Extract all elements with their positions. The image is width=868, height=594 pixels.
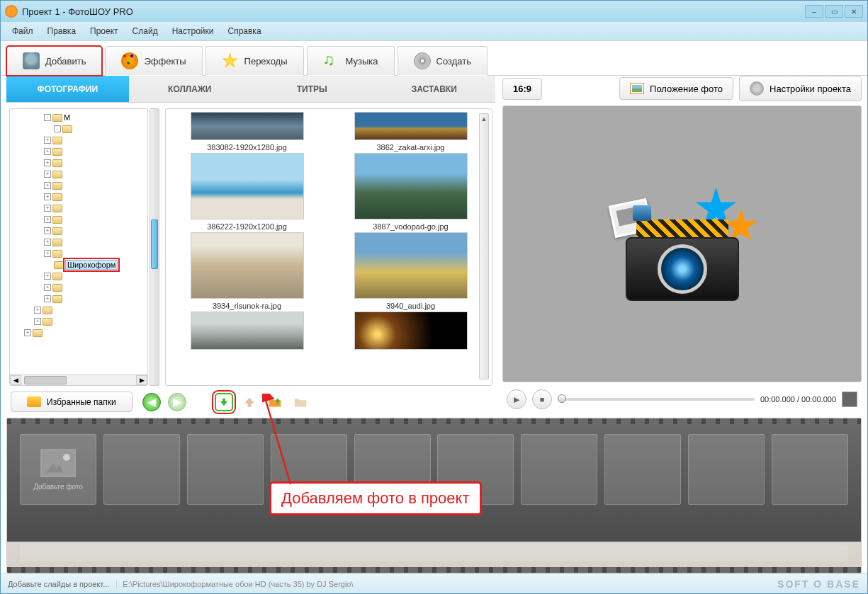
tab-create-label: Создать bbox=[436, 56, 471, 67]
app-icon bbox=[5, 5, 18, 18]
pos-label: Положение фото bbox=[650, 84, 723, 94]
project-settings-button[interactable]: Настройки проекта bbox=[739, 76, 862, 101]
minimize-button[interactable]: – bbox=[805, 5, 823, 18]
app-logo-graphic bbox=[590, 152, 774, 336]
status-bar: Добавьте слайды в проект... E:\Pictures\… bbox=[1, 573, 867, 593]
star-icon bbox=[222, 52, 239, 69]
up-folder-button-disabled bbox=[291, 393, 310, 411]
thumb-label: 3940_audi.jpg bbox=[386, 302, 435, 310]
time-display: 00:00.000 / 00:00.000 bbox=[760, 395, 836, 404]
status-path: E:\Pictures\Широкоформатные обои HD (час… bbox=[116, 580, 353, 588]
thumb-item[interactable]: 3940_audi.jpg bbox=[334, 232, 487, 310]
subtab-titles[interactable]: ТИТРЫ bbox=[251, 76, 373, 102]
menu-edit[interactable]: Правка bbox=[42, 25, 82, 38]
watermark: SOFT O BASE bbox=[777, 578, 860, 590]
folder-tree[interactable]: -M - + + + + + + + + + + + Широкоформ bbox=[9, 108, 148, 386]
tab-transitions-label: Переходы bbox=[244, 56, 288, 67]
favorite-folders-button[interactable]: Избранные папки bbox=[11, 392, 133, 412]
add-to-project-button[interactable] bbox=[215, 393, 233, 411]
menu-bar: Файл Правка Проект Слайд Настройки Справ… bbox=[1, 22, 867, 40]
menu-file[interactable]: Файл bbox=[6, 25, 39, 38]
film-strip-bottom bbox=[7, 567, 861, 573]
thumb-label: 383082-1920x1280.jpg bbox=[207, 143, 287, 152]
timeline-slot[interactable] bbox=[604, 434, 681, 505]
menu-help[interactable]: Справка bbox=[222, 25, 266, 38]
nav-back-button[interactable]: ◀ bbox=[142, 393, 161, 411]
tab-effects[interactable]: Эффекты bbox=[105, 46, 202, 76]
thumb-item[interactable]: 386222-1920x1200.jpg bbox=[170, 153, 324, 231]
timeline-slot[interactable] bbox=[521, 434, 597, 505]
left-panel: ФОТОГРАФИИ КОЛЛАЖИ ТИТРЫ ЗАСТАВКИ -M - +… bbox=[6, 76, 495, 412]
status-hint: Добавьте слайды в проект... bbox=[8, 580, 109, 588]
subtab-intros[interactable]: ЗАСТАВКИ bbox=[373, 76, 496, 102]
gear-icon bbox=[750, 81, 764, 96]
subtabs: ФОТОГРАФИИ КОЛЛАЖИ ТИТРЫ ЗАСТАВКИ bbox=[6, 76, 495, 103]
add-photo-label: Добавьте фото bbox=[33, 483, 83, 491]
thumb-item[interactable]: 3934_risunok-ra.jpg bbox=[170, 232, 324, 310]
timeline-slot[interactable] bbox=[437, 434, 514, 505]
menu-slide[interactable]: Слайд bbox=[127, 25, 164, 38]
tab-add[interactable]: Добавить bbox=[6, 46, 102, 76]
tab-transitions[interactable]: Переходы bbox=[205, 46, 304, 76]
titlebar[interactable]: Проект 1 - ФотоШОУ PRO – ▭ ✕ bbox=[1, 1, 867, 22]
timeline: Добавьте фото bbox=[6, 418, 862, 573]
tab-create[interactable]: Создать bbox=[398, 46, 487, 76]
disc-icon bbox=[414, 52, 431, 69]
thumb-label: 3862_zakat-arxi.jpg bbox=[376, 143, 444, 152]
timeline-slot[interactable] bbox=[688, 434, 765, 505]
placeholder-image-icon bbox=[40, 449, 76, 477]
tab-music-label: Музыка bbox=[346, 56, 378, 67]
timeline-zoom-bar[interactable] bbox=[20, 544, 848, 561]
thumb-label: 386222-1920x1200.jpg bbox=[207, 222, 287, 231]
tab-effects-label: Эффекты bbox=[144, 56, 186, 67]
menu-project[interactable]: Проект bbox=[84, 25, 124, 38]
add-folder-button[interactable] bbox=[266, 393, 284, 411]
camera-icon bbox=[23, 52, 40, 69]
thumb-item[interactable] bbox=[170, 312, 324, 353]
palette-icon bbox=[121, 52, 138, 69]
close-button[interactable]: ✕ bbox=[845, 5, 863, 18]
fav-label: Избранные папки bbox=[47, 397, 116, 407]
tree-v-scrollbar[interactable] bbox=[150, 108, 159, 386]
thumb-item[interactable]: 3887_vodopad-go.jpg bbox=[334, 153, 487, 231]
arrow-down-icon bbox=[218, 396, 230, 408]
maximize-button[interactable]: ▭ bbox=[825, 5, 843, 18]
thumb-item[interactable]: 3862_zakat-arxi.jpg bbox=[334, 112, 487, 152]
subtab-collages[interactable]: КОЛЛАЖИ bbox=[129, 76, 252, 102]
fullscreen-button[interactable] bbox=[842, 392, 857, 407]
picture-icon bbox=[630, 83, 644, 94]
right-panel: 16:9 Положение фото Настройки проекта bbox=[502, 76, 862, 412]
photo-position-button[interactable]: Положение фото bbox=[619, 77, 733, 100]
folder-star-icon bbox=[27, 396, 41, 407]
timeline-slot[interactable] bbox=[354, 434, 431, 505]
add-photo-slot[interactable]: Добавьте фото bbox=[20, 434, 96, 505]
aspect-ratio-button[interactable]: 16:9 bbox=[502, 78, 542, 100]
set-label: Настройки проекта bbox=[770, 84, 851, 94]
thumbnail-grid: 383082-1920x1280.jpg 3862_zakat-arxi.jpg… bbox=[165, 108, 492, 386]
thumbs-scrollbar[interactable]: ▲ bbox=[479, 113, 489, 379]
tree-h-scrollbar[interactable]: ◀▶ bbox=[10, 374, 147, 385]
timeline-slot[interactable] bbox=[187, 434, 264, 505]
up-button-disabled bbox=[240, 393, 259, 411]
preview-area bbox=[502, 105, 862, 382]
seek-slider[interactable] bbox=[558, 398, 755, 401]
nav-forward-button[interactable]: ▶ bbox=[168, 393, 186, 411]
tree-selected-folder[interactable]: Широкоформ bbox=[65, 260, 118, 270]
subtab-photos[interactable]: ФОТОГРАФИИ bbox=[6, 76, 129, 102]
film-strip-top bbox=[7, 418, 861, 424]
window-title: Проект 1 - ФотоШОУ PRO bbox=[22, 6, 805, 17]
tab-music[interactable]: ♫ Музыка bbox=[307, 46, 395, 76]
thumb-label: 3934_risunok-ra.jpg bbox=[213, 302, 281, 310]
thumb-label: 3887_vodopad-go.jpg bbox=[373, 222, 448, 231]
stop-button[interactable]: ■ bbox=[532, 389, 552, 409]
menu-settings[interactable]: Настройки bbox=[167, 25, 220, 38]
thumb-item[interactable] bbox=[334, 312, 487, 353]
timeline-slot[interactable] bbox=[772, 434, 848, 505]
main-toolbar: Добавить Эффекты Переходы ♫ Музыка Созда… bbox=[1, 40, 867, 76]
timeline-slot[interactable] bbox=[103, 434, 180, 505]
music-icon: ♫ bbox=[323, 52, 340, 69]
play-button[interactable]: ▶ bbox=[507, 389, 526, 409]
tab-add-label: Добавить bbox=[45, 56, 86, 67]
thumb-item[interactable]: 383082-1920x1280.jpg bbox=[170, 112, 324, 152]
timeline-slot[interactable] bbox=[271, 434, 347, 505]
